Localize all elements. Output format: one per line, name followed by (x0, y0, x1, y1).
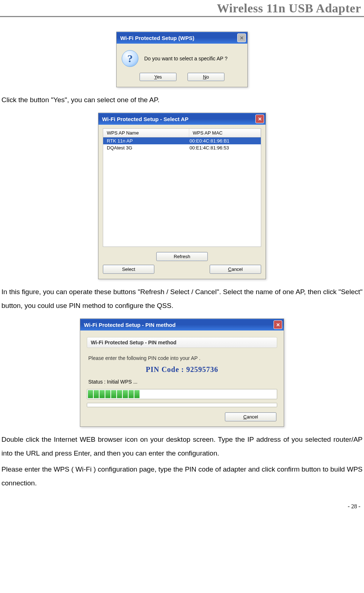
secondary-bar (87, 403, 277, 407)
col-wps-ap-name[interactable]: WPS AP Name (103, 129, 189, 137)
close-icon[interactable]: ✕ (237, 33, 246, 42)
yes-rest: es (157, 74, 162, 80)
instruction-text-2: In this figure, you can operate these bu… (0, 285, 364, 313)
table-row[interactable]: DQAtest 3G 00:E1:4C:81:96:53 (103, 144, 261, 151)
ap-mac: 00:E0:4C:81:96:B1 (190, 138, 257, 144)
yes-button[interactable]: Yes (139, 73, 177, 81)
col-wps-ap-mac[interactable]: WPS AP MAC (189, 129, 261, 137)
no-rest: o (206, 74, 209, 80)
ap-mac: 00:E1:4C:81:96:53 (190, 145, 257, 151)
header-title: Wireless 11n USB Adapter (217, 1, 361, 15)
dialog1-message: Do you want to select a specific AP ? (144, 56, 242, 61)
no-button[interactable]: No (187, 73, 225, 81)
ap-table-header: WPS AP Name WPS AP MAC (103, 128, 261, 137)
instruction-text-4: Please enter the WPS ( Wi-Fi ) configura… (0, 462, 364, 490)
pin-code: PIN Code : 92595736 (87, 364, 277, 377)
pin-method-dialog: Wi-Fi Protected Setup - PIN method ✕ Wi-… (80, 318, 284, 427)
dialog3-title: Wi-Fi Protected Setup - PIN method (84, 322, 175, 328)
select-ap-dialog: Wi-Fi Protected Setup - Select AP ✕ WPS … (98, 113, 266, 279)
cancel-rest: ancel (231, 267, 243, 272)
close-icon[interactable]: ✕ (274, 320, 282, 329)
ap-list[interactable]: RTK 11n AP 00:E0:4C:81:96:B1 DQAtest 3G … (103, 137, 261, 247)
dialog3-titlebar: Wi-Fi Protected Setup - PIN method ✕ (80, 319, 284, 330)
refresh-button[interactable]: Refresh (156, 252, 208, 261)
progress-bar (87, 389, 277, 399)
dialog3-subtitle: Wi-Fi Protected Setup - PIN method (87, 337, 277, 348)
dialog2-title: Wi-Fi Protected Setup - Select AP (102, 116, 189, 122)
cancel-button[interactable]: Cancel (225, 412, 276, 421)
dialog1-titlebar: Wi-Fi Protected Setup (WPS) ✕ (117, 32, 247, 44)
instruction-text-1: Click the button "Yes", you can select o… (0, 93, 364, 107)
wps-confirm-dialog: Wi-Fi Protected Setup (WPS) ✕ ? Do you w… (116, 32, 248, 87)
page-number: - 28 - (0, 496, 364, 517)
table-row[interactable]: RTK 11n AP 00:E0:4C:81:96:B1 (103, 137, 261, 144)
cancel-rest: ancel (247, 414, 258, 420)
question-icon: ? (122, 50, 138, 67)
dialog1-title: Wi-Fi Protected Setup (WPS) (120, 35, 194, 41)
dialog2-titlebar: Wi-Fi Protected Setup - Select AP ✕ (98, 113, 266, 125)
cancel-button[interactable]: Cancel (210, 265, 261, 274)
status-text: Status : Initial WPS ... (87, 377, 277, 389)
select-button[interactable]: Select (103, 265, 154, 274)
page-header: Wireless 11n USB Adapter (0, 0, 364, 17)
close-icon[interactable]: ✕ (255, 115, 264, 123)
instruction-text-3: Double click the Internet WEB browser ic… (0, 433, 364, 460)
dialog3-message: Please enter the following PIN code into… (87, 348, 277, 364)
ap-name: RTK 11n AP (107, 138, 190, 144)
ap-name: DQAtest 3G (107, 145, 190, 151)
